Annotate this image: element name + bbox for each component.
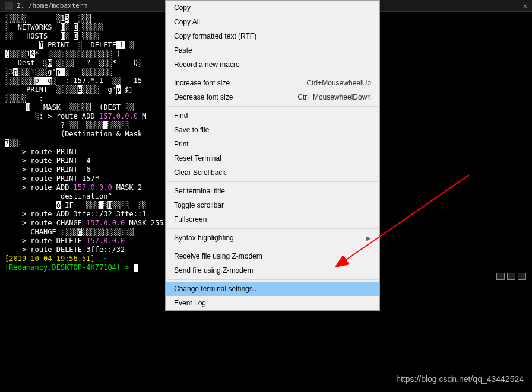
menu-item-clear-scrollback[interactable]: Clear Scrollback <box>166 165 379 180</box>
menu-shortcut: Ctrl+MousewheelUp <box>307 79 371 87</box>
menu-item-label: Reset Terminal <box>174 154 221 162</box>
menu-separator <box>167 228 378 229</box>
menu-shortcut: Ctrl+MousewheelDown <box>297 93 371 101</box>
status-icons <box>496 273 526 280</box>
menu-item-record-a-new-macro[interactable]: Record a new macro <box>166 58 379 72</box>
menu-item-label: Syntax highlighting <box>174 234 234 242</box>
menu-item-copy-all[interactable]: Copy All <box>166 15 379 29</box>
status-icon-3 <box>518 273 526 280</box>
menu-item-copy[interactable]: Copy <box>166 1 379 15</box>
menu-item-paste[interactable]: Paste <box>166 43 379 58</box>
menu-item-label: Increase font size <box>174 79 230 87</box>
menu-item-label: Toggle scrollbar <box>174 201 224 209</box>
menu-item-label: Print <box>174 140 189 148</box>
menu-item-label: Save to file <box>174 126 209 134</box>
menu-item-send-file-using-z-modem[interactable]: Send file using Z-modem <box>166 263 379 278</box>
menu-item-label: Paste <box>174 46 192 55</box>
menu-item-label: Receive file using Z-modem <box>174 252 262 260</box>
menu-separator <box>167 279 378 280</box>
menu-item-increase-font-size[interactable]: Increase font sizeCtrl+MousewheelUp <box>166 76 379 90</box>
menu-item-label: Set terminal title <box>174 187 225 195</box>
menu-item-label: Record a new macro <box>174 60 240 69</box>
menu-item-label: Event Log <box>174 299 206 307</box>
menu-item-fullscreen[interactable]: Fullscreen <box>166 212 379 227</box>
menu-item-event-log[interactable]: Event Log <box>166 296 379 310</box>
menu-item-decrease-font-size[interactable]: Decrease font sizeCtrl+MousewheelDown <box>166 90 379 104</box>
menu-item-label: Fullscreen <box>174 215 207 224</box>
menu-item-label: Clear Scrollback <box>174 168 226 177</box>
menu-item-label: Copy All <box>174 18 200 26</box>
menu-item-label: Copy <box>174 4 191 12</box>
cursor <box>134 264 138 272</box>
menu-item-save-to-file[interactable]: Save to file <box>166 123 379 137</box>
menu-separator <box>167 181 378 182</box>
context-menu[interactable]: CopyCopy AllCopy formatted text (RTF)Pas… <box>165 0 380 311</box>
status-icon-2 <box>507 273 515 280</box>
menu-item-label: Copy formatted text (RTF) <box>174 32 256 40</box>
menu-item-set-terminal-title[interactable]: Set terminal title <box>166 184 379 198</box>
menu-item-toggle-scrollbar[interactable]: Toggle scrollbar <box>166 198 379 212</box>
terminal-icon <box>5 2 13 10</box>
watermark: https://blog.csdn.net/qq_43442524 <box>396 374 524 384</box>
menu-item-label: Change terminal settings... <box>174 285 259 293</box>
menu-item-change-terminal-settings[interactable]: Change terminal settings... <box>166 282 379 296</box>
menu-item-reset-terminal[interactable]: Reset Terminal <box>166 151 379 165</box>
menu-item-label: Decrease font size <box>174 93 233 101</box>
title-text: 2. /home/mobaxterm <box>17 2 87 9</box>
menu-item-print[interactable]: Print <box>166 137 379 151</box>
menu-separator <box>167 247 378 247</box>
close-icon[interactable]: ✕ <box>523 2 527 10</box>
menu-item-label: Send file using Z-modem <box>174 266 253 275</box>
menu-separator <box>167 106 378 107</box>
menu-item-label: Find <box>174 111 188 120</box>
menu-item-find[interactable]: Find <box>166 109 379 123</box>
menu-item-receive-file-using-z-modem[interactable]: Receive file using Z-modem <box>166 249 379 263</box>
menu-separator <box>167 74 378 74</box>
menu-item-syntax-highlighting[interactable]: Syntax highlighting▶ <box>166 231 379 245</box>
status-icon-1 <box>496 273 505 280</box>
menu-item-copy-formatted-text-rtf[interactable]: Copy formatted text (RTF) <box>166 29 379 43</box>
chevron-right-icon: ▶ <box>366 235 371 241</box>
